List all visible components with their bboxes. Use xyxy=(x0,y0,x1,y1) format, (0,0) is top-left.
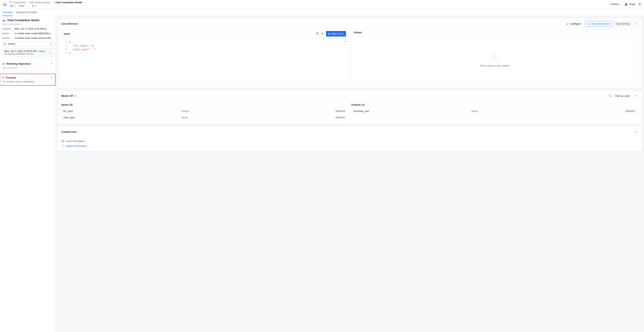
tab-overview[interactable]: Overview xyxy=(2,9,13,16)
project-icon xyxy=(10,2,12,4)
svg-point-0 xyxy=(32,5,33,6)
sidebar: Chat Completion Model Add a description.… xyxy=(0,16,56,332)
add-objective-button[interactable]: ＋ xyxy=(50,62,53,66)
start-run-button[interactable]: Start & run xyxy=(326,31,346,37)
actions-menu[interactable]: Actions▼ xyxy=(610,3,622,6)
function-header: fx Function ＋ xyxy=(0,74,55,80)
chevron-down-icon: ▼ xyxy=(49,52,51,54)
branch-select[interactable]: master ▼ xyxy=(2,41,53,47)
required-badge: Required xyxy=(624,109,636,112)
live-inference-title: Live Inference xyxy=(61,22,78,25)
function-title: Function xyxy=(6,76,50,79)
model-api-card: Model API ? View as code Inputs (2) int_… xyxy=(58,91,642,124)
svg-point-4 xyxy=(626,3,627,5)
model-api-title: Model API xyxy=(61,94,73,97)
function-section: fx Function ＋ No function version publis… xyxy=(0,74,56,86)
share-button[interactable]: Share xyxy=(624,3,636,6)
objectives-body: Not submitted xyxy=(0,67,56,72)
panel-toggle-icon[interactable] xyxy=(638,3,642,6)
chevron-down-icon: ▼ xyxy=(14,5,16,7)
pencil-icon xyxy=(566,23,569,25)
output-empty-text: Run a query to get started xyxy=(480,64,509,67)
svg-point-2 xyxy=(34,5,34,6)
function-icon: fx xyxy=(2,76,4,79)
api-row: summary_text String Required xyxy=(352,108,638,114)
collapse-button[interactable] xyxy=(633,21,638,27)
menu-file-label: File xyxy=(10,5,14,7)
version-author: by foundry-container-service xyxy=(4,53,46,55)
header-left: Foundry ML › CWS-Direct-Deploy… › Chat C… xyxy=(10,0,86,8)
chevron-up-icon xyxy=(635,23,637,25)
model-api-body: Inputs (2) int_input Integer Required ch… xyxy=(58,101,642,124)
branch-indicator[interactable]: 1 xyxy=(32,5,36,7)
model-value: ri.models.main.model.df85d180-b65c-4… xyxy=(14,32,53,35)
actions-label: Actions xyxy=(610,3,619,6)
play-icon xyxy=(328,33,330,35)
required-badge: Required xyxy=(334,109,346,112)
clipboard-button[interactable] xyxy=(315,31,320,36)
tabs-bar: Overview Deployment health xyxy=(0,9,644,16)
objectives-icon xyxy=(2,63,5,65)
created-label: Created xyxy=(2,28,12,30)
line-gutter: 1234 xyxy=(62,40,69,55)
output-panel-header: Output xyxy=(352,29,638,36)
svg-rect-5 xyxy=(639,3,640,4)
start-deployment-label: Start deployment xyxy=(591,22,610,25)
model-api-header: Model API ? View as code xyxy=(58,91,642,101)
menu-help[interactable]: Help▼ xyxy=(19,5,26,7)
star-icon[interactable]: ☆ xyxy=(83,1,86,4)
share-label: Share xyxy=(629,3,636,6)
api-row: int_input Integer Required xyxy=(62,108,348,114)
code-editor[interactable]: — 1234 { "int_input": 0, "chat_input": "… xyxy=(62,39,348,56)
created-from-body: Code Workspace Jupyter Workspace xyxy=(58,137,642,151)
main: Chat Completion Model Add a description.… xyxy=(0,16,644,332)
jupyter-workspace-label: Jupyter Workspace xyxy=(66,144,87,147)
model-icon xyxy=(2,19,6,21)
objectives-title: Modeling Objectives xyxy=(6,62,50,65)
deployment-status: Not running xyxy=(614,21,632,26)
app-logo xyxy=(2,2,8,7)
view-as-code-toggle[interactable] xyxy=(609,95,613,97)
input-panel: Input Start & run — 1234 { "in xyxy=(61,29,348,85)
help-icon[interactable]: ? xyxy=(74,94,77,97)
svg-rect-6 xyxy=(639,5,640,5)
reset-button[interactable] xyxy=(320,31,325,36)
code-body: { "int_input": 0, "chat_input": "" } xyxy=(69,40,348,55)
version-value: ri.models.main.model-version.08d8e70… xyxy=(14,37,53,39)
model-header-section: Chat Completion Model Add a description.… xyxy=(0,16,56,60)
outputs-list: summary_text String Required xyxy=(351,108,638,114)
description-placeholder[interactable]: Add a description... xyxy=(2,23,53,26)
fold-icon[interactable]: — xyxy=(345,40,346,43)
output-empty-state: i Run a query to get started xyxy=(352,36,638,84)
configure-button[interactable]: Configure xyxy=(564,21,583,27)
version-date: Mon, Jun 3, 2024, 6:05:35 PM xyxy=(4,50,36,53)
menu-file[interactable]: File▼ xyxy=(10,5,16,7)
code-icon xyxy=(61,140,64,142)
jupyter-workspace-link[interactable]: Jupyter Workspace xyxy=(61,144,638,147)
outputs-column: Outputs (1) summary_text String Required xyxy=(351,103,638,121)
configure-label: Configure xyxy=(570,22,581,25)
api-row: chat_input String Required xyxy=(62,114,348,120)
latest-badge: Latest xyxy=(38,50,46,53)
collapse-button[interactable] xyxy=(633,129,638,134)
breadcrumb-current: Chat Completion Model xyxy=(56,1,82,4)
tab-deployment-health[interactable]: Deployment health xyxy=(16,9,37,16)
output-name: summary_text xyxy=(353,110,469,112)
header-right: Actions▼ Share xyxy=(610,3,642,6)
breadcrumb-root[interactable]: Foundry ML xyxy=(13,1,26,4)
chevron-up-icon xyxy=(635,131,637,132)
version-select[interactable]: Mon, Jun 3, 2024, 6:05:35 PMLatest by fo… xyxy=(2,48,53,57)
chevron-down-icon: ▼ xyxy=(25,5,26,7)
breadcrumb-mid[interactable]: CWS-Direct-Deploy… xyxy=(29,1,52,4)
collapse-button[interactable] xyxy=(633,93,638,98)
inputs-column: Inputs (2) int_input Integer Required ch… xyxy=(61,103,348,121)
start-deployment-button[interactable]: Start deployment xyxy=(585,21,612,27)
inference-row: Input Start & run — 1234 { "in xyxy=(58,29,642,88)
code-workspace-row: Code Workspace xyxy=(61,140,638,142)
chevron-right-icon: › xyxy=(27,1,28,4)
svg-point-10 xyxy=(4,44,5,45)
version-label: Version xyxy=(2,37,12,39)
add-function-button[interactable]: ＋ xyxy=(50,76,53,80)
input-title: Input xyxy=(64,32,315,35)
model-title: Chat Completion Model xyxy=(7,19,40,22)
